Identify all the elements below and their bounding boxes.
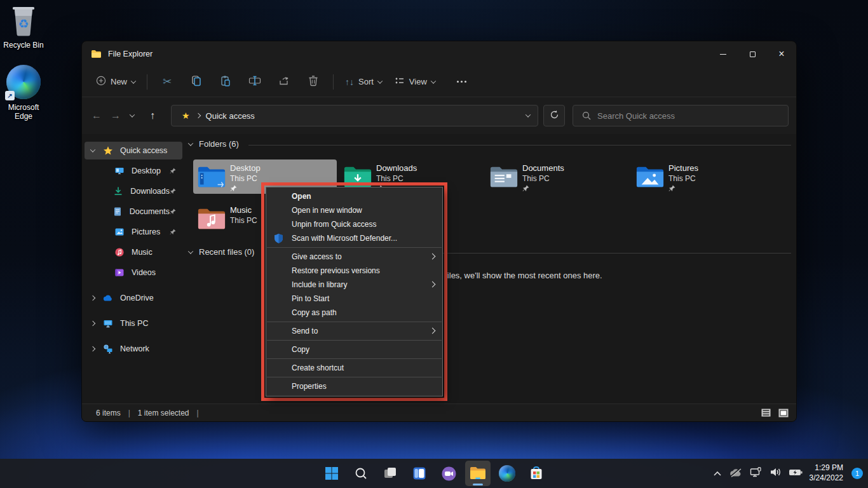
sidebar-item-network[interactable]: Network: [85, 340, 182, 358]
forward-button[interactable]: →: [106, 110, 125, 121]
expand-chevron[interactable]: [85, 296, 101, 300]
sidebar-item-onedrive[interactable]: OneDrive: [85, 289, 182, 307]
folders-section-header[interactable]: Folders (6): [189, 139, 239, 149]
sidebar-item-desktop[interactable]: Desktop: [85, 162, 182, 180]
view-grid-icon: [395, 76, 405, 87]
onedrive-cloud-icon: [101, 294, 115, 302]
search-input[interactable]: [597, 111, 763, 121]
menu-item-copy[interactable]: Copy: [266, 342, 442, 356]
delete-button[interactable]: [302, 72, 325, 92]
clock[interactable]: 1:29 PM 3/24/2022: [810, 463, 843, 483]
folder-location: This PC: [230, 216, 257, 225]
minimize-button[interactable]: [709, 41, 738, 67]
menu-item-pin-to-start[interactable]: Pin to Start: [266, 292, 442, 306]
picture-icon: [112, 227, 126, 237]
thumbnail-view-button[interactable]: [777, 407, 790, 419]
paste-button[interactable]: [214, 72, 237, 92]
computer-icon: [101, 318, 115, 329]
submenu-arrow-icon: [430, 281, 436, 288]
file-explorer-button[interactable]: [465, 461, 491, 486]
star-icon: ★: [182, 111, 190, 121]
menu-item-include-in-library[interactable]: Include in library: [266, 278, 442, 292]
sidebar-item-documents[interactable]: Documents: [85, 203, 182, 220]
store-button[interactable]: [524, 461, 549, 486]
chevron-down-icon: [188, 140, 193, 146]
breadcrumb-location[interactable]: Quick access: [206, 111, 255, 121]
folder-tile-pictures[interactable]: Pictures This PC: [632, 159, 775, 194]
edge-button[interactable]: [494, 461, 520, 486]
rename-button[interactable]: [243, 72, 266, 92]
menu-item-create-shortcut[interactable]: Create shortcut: [266, 361, 442, 375]
widgets-button[interactable]: [407, 461, 432, 486]
cut-button[interactable]: ✂: [156, 72, 179, 92]
desktop-icon-recycle-bin[interactable]: ♻ Recycle Bin: [0, 5, 47, 50]
menu-item-unpin-from-quick-access[interactable]: Unpin from Quick access: [266, 217, 442, 231]
address-dropdown-chevron[interactable]: [526, 112, 531, 117]
sidebar-item-label: Videos: [132, 268, 156, 277]
pin-icon: [668, 185, 675, 192]
expand-chevron[interactable]: [85, 322, 101, 325]
sidebar-item-label: OneDrive: [120, 294, 154, 302]
new-button[interactable]: New: [90, 72, 142, 92]
more-options-button[interactable]: [451, 72, 473, 92]
search-box[interactable]: [573, 105, 789, 126]
search-icon: [582, 111, 591, 120]
chat-icon: [441, 466, 457, 482]
file-explorer-window: File Explorer × New ✂: [81, 41, 797, 422]
menu-item-open[interactable]: Open: [266, 189, 442, 203]
folder-location: This PC: [668, 174, 698, 183]
recent-files-section-header[interactable]: Recent files (0): [189, 247, 254, 257]
chevron-down-icon: [188, 248, 193, 254]
refresh-button[interactable]: [543, 105, 565, 126]
sidebar-item-quick-access[interactable]: Quick access: [85, 142, 182, 159]
details-view-button[interactable]: [759, 407, 772, 419]
edge-icon: [499, 465, 515, 482]
menu-item-copy-as-path[interactable]: Copy as path: [266, 306, 442, 320]
close-icon: ×: [778, 49, 784, 59]
up-button[interactable]: ↑: [143, 110, 162, 121]
tray-date: 3/24/2022: [810, 473, 843, 484]
recent-locations-button[interactable]: [125, 114, 139, 118]
sidebar-item-music[interactable]: Music: [85, 243, 182, 261]
sidebar-item-pictures[interactable]: Pictures: [85, 223, 182, 241]
sort-button[interactable]: ↑↓ Sort: [339, 73, 388, 91]
battery-icon[interactable]: [789, 468, 803, 479]
desktop-icon-microsoft-edge[interactable]: ↗ Microsoft Edge: [0, 65, 47, 121]
copy-button[interactable]: [185, 72, 208, 92]
breadcrumb-bar[interactable]: ★ Quick access: [171, 105, 538, 126]
expand-chevron[interactable]: [85, 347, 101, 351]
network-icon[interactable]: [750, 467, 763, 480]
volume-icon[interactable]: [770, 467, 782, 480]
notification-badge[interactable]: 1: [851, 468, 863, 479]
chevron-down-icon: [130, 112, 135, 117]
start-button[interactable]: [319, 461, 344, 486]
menu-item-properties[interactable]: Properties: [266, 379, 442, 393]
sidebar-item-videos[interactable]: Videos: [85, 264, 182, 281]
folder-tile-documents[interactable]: Documents This PC: [485, 159, 629, 194]
close-button[interactable]: ×: [767, 41, 796, 67]
menu-item-scan-with-defender[interactable]: Scan with Microsoft Defender...: [266, 231, 442, 245]
task-view-button[interactable]: [377, 461, 403, 486]
menu-item-restore-previous-versions[interactable]: Restore previous versions: [266, 264, 442, 278]
menu-item-open-in-new-window[interactable]: Open in new window: [266, 203, 442, 217]
sidebar-item-this-pc[interactable]: This PC: [85, 315, 182, 332]
folder-name: Pictures: [668, 163, 698, 173]
menu-separator: [267, 247, 442, 248]
maximize-button[interactable]: [738, 41, 767, 67]
expand-chevron[interactable]: [85, 149, 101, 152]
view-button[interactable]: View: [388, 72, 442, 91]
paste-icon: [220, 75, 231, 89]
sidebar-item-downloads[interactable]: Downloads: [85, 182, 182, 200]
hidden-icons-button[interactable]: [713, 468, 722, 479]
minimize-icon: [720, 54, 726, 55]
chat-button[interactable]: [436, 461, 461, 486]
menu-item-send-to[interactable]: Send to: [266, 324, 442, 338]
back-button[interactable]: ←: [87, 110, 106, 121]
share-button[interactable]: [273, 72, 295, 92]
title-bar[interactable]: File Explorer ×: [82, 41, 796, 67]
sidebar-item-label: Downloads: [130, 187, 170, 196]
cloud-offline-icon[interactable]: [729, 468, 743, 480]
desktop-icon-label: Recycle Bin: [0, 41, 47, 50]
search-button[interactable]: [348, 461, 374, 486]
menu-item-give-access-to[interactable]: Give access to: [266, 250, 442, 264]
